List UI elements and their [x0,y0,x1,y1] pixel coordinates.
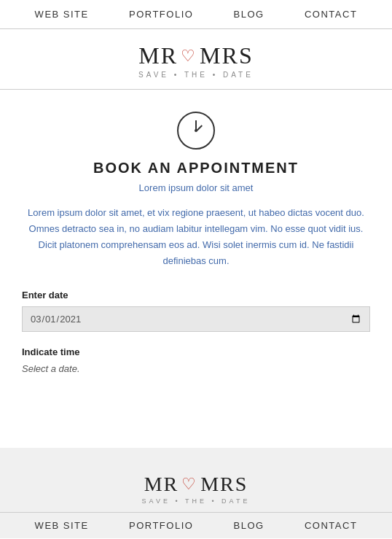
footer-logo-heart: ♡ [181,475,197,494]
logo-left: MR [138,42,178,69]
footer-logo-right: MRS [200,473,248,496]
main-content: BOOK AN APPOINTMENT Lorem ipsum dolor si… [0,90,392,404]
date-label: Enter date [22,290,370,300]
nav-website[interactable]: WEB SITE [35,9,89,20]
clock-icon [22,112,370,152]
time-placeholder-text: Select a date. [22,363,80,374]
footer-nav-blog[interactable]: BLOG [234,520,264,531]
footer-nav: WEB SITE PORTFOLIO BLOG CONTACT [0,512,392,538]
top-nav: WEB SITE PORTFOLIO BLOG CONTACT [0,0,392,29]
logo-subtitle: SAVE • THE • DATE [0,71,392,79]
section-subtitle: Lorem ipsum dolor sit amet [22,182,370,193]
footer-logo: MR♡MRS SAVE • THE • DATE [0,462,392,512]
footer-nav-portfolio[interactable]: PORTFOLIO [129,520,193,531]
footer-logo-subtitle: SAVE • THE • DATE [0,497,392,505]
section-title: BOOK AN APPOINTMENT [22,160,370,177]
date-section: Enter date [22,290,370,332]
footer-nav-contact[interactable]: CONTACT [305,520,357,531]
nav-portfolio[interactable]: PORTFOLIO [129,9,193,20]
nav-blog[interactable]: BLOG [234,9,264,20]
nav-contact[interactable]: CONTACT [305,9,357,20]
date-input[interactable] [22,306,370,332]
footer: MR♡MRS SAVE • THE • DATE WEB SITE PORTFO… [0,448,392,538]
footer-nav-website[interactable]: WEB SITE [35,520,89,531]
logo-heart: ♡ [181,47,197,66]
footer-logo-left: MR [144,473,179,496]
time-section: Indicate time Select a date. [22,346,370,375]
header-logo: MR♡MRS SAVE • THE • DATE [0,29,392,90]
time-label: Indicate time [22,346,370,357]
logo-right: MRS [200,42,254,69]
section-description: Lorem ipsum dolor sit amet, et vix regio… [22,205,370,269]
